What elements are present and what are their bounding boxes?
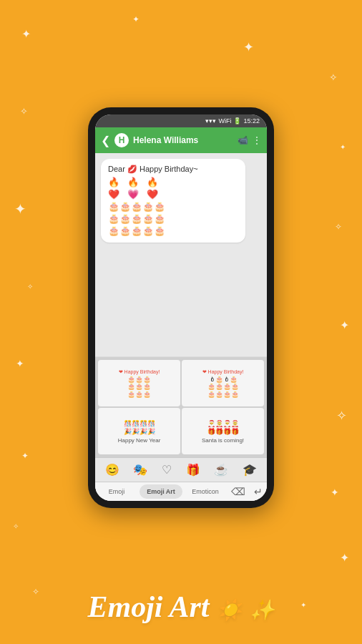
emoji-category[interactable]: 😊 — [102, 462, 122, 478]
sparkle-decoration: ✧ — [13, 522, 19, 530]
video-icon[interactable]: 📹 — [238, 135, 248, 145]
heart-category[interactable]: ♡ — [159, 462, 175, 478]
emoji-art-grid: ❤ Happy Birthday! 🎂🎂🎂 🎂🎂🎂 🎂🎂🎂 ❤ Happy Bi… — [95, 357, 267, 457]
sun-icon: ☀️ — [217, 599, 242, 621]
battery-icon: 🔋 — [233, 117, 241, 125]
sparkle-decoration: ✧ — [329, 72, 338, 83]
tab-emoticon[interactable]: Emoticon — [184, 484, 227, 499]
emoji-art-card-birthday2[interactable]: ❤ Happy Birthday! 🕯🎂🕯🎂 🎂🎂🎂🎂 🎂🎂🎂🎂 — [182, 360, 264, 406]
sparkle-decoration: ✦ — [243, 39, 254, 55]
card-content: ❤ Happy Birthday! 🕯🎂🕯🎂 🎂🎂🎂🎂 🎂🎂🎂🎂 — [202, 369, 244, 399]
bottom-title-area: Emoji Art ☀️ ✨ — [0, 590, 362, 624]
time-display: 15:22 — [243, 117, 260, 125]
card-label: Santa is coming! — [202, 437, 244, 444]
sparkle-decoration: ✦ — [16, 358, 24, 369]
sparkle-decoration: ✦ — [21, 27, 31, 41]
sparkle-decoration: ✦ — [132, 14, 140, 24]
emoji-art-card-newyear[interactable]: 🎊🎊🎊🎊 🎉🎉🎉🎉 Happy New Year — [98, 408, 180, 454]
sparkle-decoration: ✧ — [27, 283, 33, 291]
emoji-art-card-birthday1[interactable]: ❤ Happy Birthday! 🎂🎂🎂 🎂🎂🎂 🎂🎂🎂 — [98, 360, 180, 406]
chat-area: Dear 💋 Happy Birthday~ 🔥 🔥 🔥 ❤️ 💗 ❤️ 🎂🎂🎂… — [95, 153, 267, 356]
status-bar: ▾▾▾ WiFi 🔋 15:22 — [95, 114, 267, 127]
signal-icon: ▾▾▾ — [205, 117, 216, 125]
card-content: ❤ Happy Birthday! 🎂🎂🎂 🎂🎂🎂 🎂🎂🎂 — [119, 369, 160, 399]
card-content: 🎊🎊🎊🎊 🎉🎉🎉🎉 — [124, 420, 155, 436]
back-button[interactable]: ❮ — [101, 134, 110, 147]
status-icons: ▾▾▾ WiFi 🔋 15:22 — [205, 117, 260, 125]
emoji-art-card-santa[interactable]: 🎅🤶🎅🤶 🎁🎁🎁🎁 Santa is coming! — [182, 408, 264, 454]
phone-mockup: ▾▾▾ WiFi 🔋 15:22 ❮ H Helena Williams 📹 ⋮… — [88, 107, 274, 508]
hangouts-icon: H — [114, 133, 129, 147]
sticker-category[interactable]: 🎭 — [130, 462, 150, 478]
sparkle-decoration: ✦ — [14, 200, 26, 218]
wifi-icon: WiFi — [218, 117, 231, 125]
contact-name: Helena Williams — [133, 135, 233, 145]
coffee-category[interactable]: ☕ — [211, 462, 231, 478]
sparkle-decoration: ✧ — [20, 106, 28, 117]
gift-category[interactable]: 🎁 — [183, 462, 203, 478]
backspace-button[interactable]: ⌫ — [227, 482, 250, 501]
app-title: Emoji Art ☀️ ✨ — [88, 590, 275, 623]
sparkle-icon: ✨ — [250, 599, 275, 621]
chat-header: ❮ H Helena Williams 📹 ⋮ — [95, 127, 267, 153]
emoji-keyboard: ❤ Happy Birthday! 🎂🎂🎂 🎂🎂🎂 🎂🎂🎂 ❤ Happy Bi… — [95, 356, 267, 501]
message-bubble: Dear 💋 Happy Birthday~ 🔥 🔥 🔥 ❤️ 💗 ❤️ 🎂🎂🎂… — [101, 159, 245, 243]
emoji-art-content: 🔥 🔥 🔥 ❤️ 💗 ❤️ 🎂🎂🎂🎂🎂 🎂🎂🎂🎂🎂 🎂🎂🎂🎂🎂 — [108, 177, 238, 237]
sparkle-decoration: ✦ — [21, 451, 29, 461]
card-content: 🎅🤶🎅🤶 🎁🎁🎁🎁 — [207, 420, 239, 436]
tab-emoji-art[interactable]: Emoji Art — [140, 484, 182, 499]
more-icon[interactable]: ⋮ — [253, 135, 261, 145]
tab-emoji[interactable]: Emoji — [95, 484, 138, 499]
sparkle-decoration: ✦ — [340, 318, 349, 332]
sparkle-decoration: ✧ — [336, 408, 347, 424]
sparkle-decoration: ✧ — [335, 222, 342, 232]
category-row: 😊 🎭 ♡ 🎁 ☕ 🎓 — [95, 457, 267, 482]
sparkle-decoration: ✦ — [331, 487, 339, 498]
card-label: Happy New Year — [118, 437, 161, 444]
sparkle-decoration: ✦ — [340, 551, 349, 565]
return-button[interactable]: ↵ — [250, 482, 267, 501]
message-text: Dear 💋 Happy Birthday~ — [108, 165, 238, 174]
cap-category[interactable]: 🎓 — [240, 462, 260, 478]
tab-bar: Emoji Emoji Art Emoticon ⌫ ↵ — [95, 482, 267, 501]
sparkle-decoration: ✦ — [340, 143, 346, 151]
header-icons: 📹 ⋮ — [238, 135, 261, 145]
